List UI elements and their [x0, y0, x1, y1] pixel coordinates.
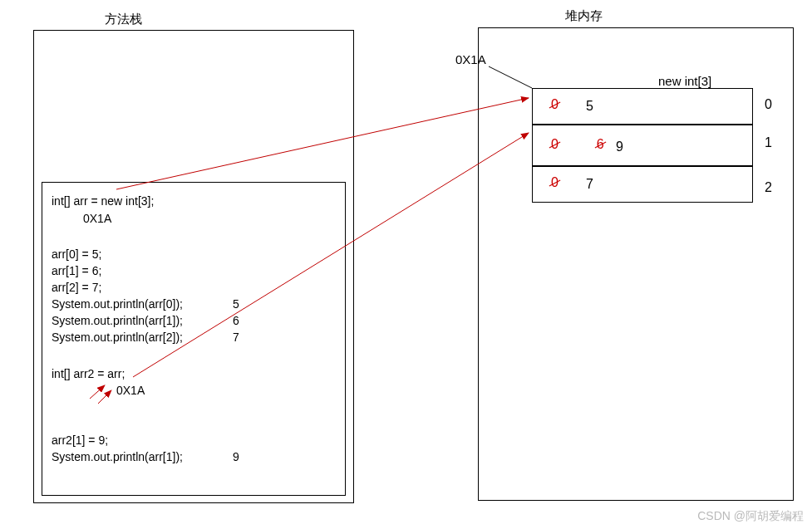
- code-line-5: System.out.println(arr[0]);: [52, 297, 183, 311]
- code-line-8: int[] arr2 = arr;: [52, 367, 125, 380]
- watermark: CSDN @阿胡爱编程: [697, 509, 804, 524]
- stack-title: 方法栈: [105, 12, 142, 27]
- heap-address-label: 0X1A: [455, 52, 486, 66]
- heap-cell-1-old: 0: [551, 137, 559, 152]
- code-line-4: arr[2] = 7;: [52, 281, 101, 294]
- heap-cell-2: 0 7: [532, 166, 753, 203]
- out-5: 5: [233, 297, 239, 311]
- code-line-9: arr2[1] = 9;: [52, 433, 108, 447]
- heap-new-label: new int[3]: [658, 74, 711, 88]
- out-6: 6: [233, 314, 239, 327]
- out-9: 9: [233, 450, 239, 463]
- heap-index-0: 0: [765, 97, 772, 112]
- addr-label-arr: 0X1A: [83, 212, 111, 225]
- heap-cell-1-mid: 6: [597, 137, 604, 152]
- code-line-10: System.out.println(arr[1]);: [52, 450, 183, 463]
- code-line-7: System.out.println(arr[2]);: [52, 331, 183, 344]
- addr-label-arr2: 0X1A: [116, 384, 145, 397]
- heap-index-2: 2: [765, 180, 772, 195]
- out-7: 7: [233, 331, 239, 344]
- heap-title: 堆内存: [565, 8, 603, 24]
- code-line-1: int[] arr = new int[3];: [52, 194, 154, 208]
- heap-cell-2-old: 0: [551, 175, 559, 190]
- heap-cell-0: 0 5: [532, 88, 753, 125]
- code-line-3: arr[1] = 6;: [52, 264, 101, 277]
- heap-cell-1: 0 6 9: [532, 125, 753, 166]
- heap-index-1: 1: [765, 135, 772, 150]
- heap-cell-2-new: 7: [586, 177, 593, 192]
- heap-cell-0-old: 0: [551, 97, 559, 112]
- code-line-6: System.out.println(arr[1]);: [52, 314, 183, 327]
- heap-cell-0-new: 5: [586, 99, 593, 114]
- heap-cell-1-new: 9: [616, 140, 623, 154]
- code-line-2: arr[0] = 5;: [52, 247, 101, 261]
